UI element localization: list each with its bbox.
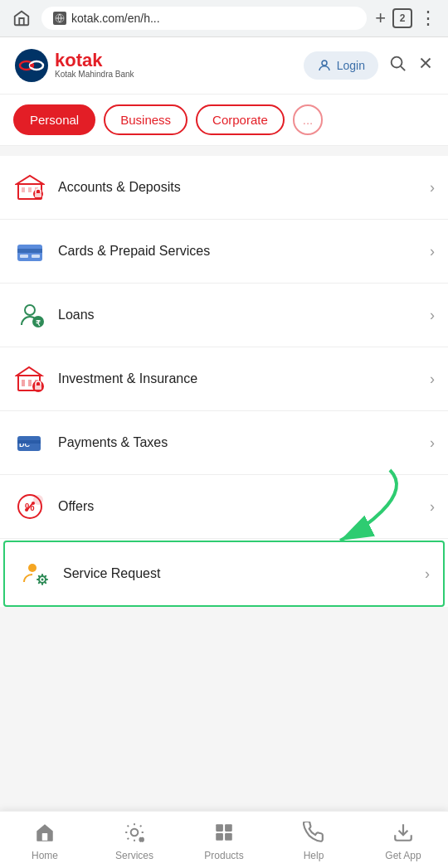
- svg-line-49: [45, 582, 46, 583]
- login-label: Login: [337, 59, 365, 72]
- investment-label: Investment & Insurance: [58, 371, 430, 386]
- svg-rect-33: [17, 440, 41, 444]
- svg-rect-11: [22, 187, 25, 192]
- browser-chrome: kotak.com/en/h... + 2 ⋮: [0, 0, 448, 37]
- svg-rect-59: [216, 833, 223, 841]
- investment-icon: [13, 362, 46, 395]
- svg-line-48: [39, 576, 40, 577]
- menu-item-cards[interactable]: Cards & Prepaid Services ›: [0, 220, 448, 284]
- user-icon: [317, 58, 332, 73]
- svg-marker-25: [17, 367, 41, 376]
- svg-point-39: [32, 502, 35, 505]
- svg-point-54: [139, 836, 144, 842]
- svg-point-53: [131, 829, 139, 836]
- menu-item-loans[interactable]: ₹ Loans ›: [0, 284, 448, 347]
- svg-rect-19: [20, 255, 28, 258]
- svg-rect-12: [28, 187, 32, 192]
- kotak-logo-icon: [13, 47, 50, 84]
- service-request-wrapper: Service Request ›: [0, 541, 448, 607]
- help-label: Help: [304, 850, 324, 861]
- site-favicon: [53, 12, 66, 25]
- bottom-nav-home[interactable]: Home: [0, 818, 90, 865]
- bottom-nav: Home Services Products: [0, 811, 448, 868]
- svg-rect-58: [225, 824, 232, 832]
- payments-chevron: ›: [430, 434, 435, 452]
- app-header: kotak Kotak Mahindra Bank Login: [0, 37, 448, 95]
- offers-label: Offers: [58, 499, 430, 514]
- menu-item-investment[interactable]: Investment & Insurance ›: [0, 347, 448, 411]
- bottom-nav-services[interactable]: Services: [90, 818, 179, 865]
- help-icon: [303, 822, 324, 846]
- close-icon[interactable]: [416, 54, 435, 77]
- accounts-label: Accounts & Deposits: [58, 180, 430, 195]
- svg-rect-20: [32, 255, 40, 258]
- menu-item-payments[interactable]: DC Payments & Taxes ›: [0, 411, 448, 475]
- url-text: kotak.com/en/h...: [71, 12, 160, 25]
- header-actions: Login: [304, 51, 435, 80]
- bottom-nav-get-app[interactable]: Get App: [358, 818, 448, 865]
- home-icon: [34, 822, 56, 846]
- svg-point-4: [30, 64, 33, 67]
- payments-label: Payments & Taxes: [58, 435, 430, 450]
- login-button[interactable]: Login: [304, 51, 378, 80]
- tab-personal[interactable]: Personal: [13, 104, 95, 135]
- svg-point-38: [25, 508, 28, 512]
- service-request-label: Service Request: [63, 566, 425, 581]
- add-tab-icon[interactable]: +: [375, 7, 386, 29]
- investment-chevron: ›: [430, 371, 435, 388]
- get-app-icon: [392, 822, 414, 846]
- service-request-chevron: ›: [425, 565, 430, 583]
- svg-rect-27: [28, 380, 32, 386]
- svg-point-21: [25, 305, 35, 315]
- services-icon: [124, 822, 145, 846]
- browser-home-icon[interactable]: [10, 7, 33, 30]
- tab-business[interactable]: Business: [104, 104, 187, 135]
- logo-name: kotak: [55, 51, 134, 70]
- cards-icon: [13, 235, 46, 268]
- tab-corporate[interactable]: Corporate: [196, 104, 285, 135]
- menu-item-accounts[interactable]: Accounts & Deposits ›: [0, 156, 448, 220]
- tab-more[interactable]: ...: [293, 104, 324, 135]
- address-bar[interactable]: kotak.com/en/h...: [41, 7, 367, 30]
- loans-chevron: ›: [430, 307, 435, 324]
- loans-icon: ₹: [13, 298, 46, 332]
- logo-text: kotak Kotak Mahindra Bank: [55, 51, 134, 80]
- svg-rect-26: [22, 380, 25, 386]
- get-app-label: Get App: [385, 850, 421, 861]
- svg-line-50: [39, 582, 40, 583]
- home-label: Home: [32, 850, 58, 861]
- svg-line-7: [401, 66, 405, 70]
- nav-tabs: Personal Business Corporate ...: [0, 95, 448, 146]
- svg-rect-18: [17, 249, 42, 253]
- svg-rect-16: [35, 193, 41, 197]
- logo-subtitle: Kotak Mahindra Bank: [55, 70, 134, 80]
- cards-label: Cards & Prepaid Services: [58, 244, 430, 259]
- svg-rect-52: [42, 833, 48, 841]
- products-icon: [213, 822, 235, 846]
- menu-list: Accounts & Deposits › Cards & Prepaid Se…: [0, 156, 448, 607]
- browser-actions: + 2 ⋮: [375, 7, 438, 29]
- svg-text:₹: ₹: [36, 319, 41, 327]
- svg-point-41: [28, 564, 37, 572]
- search-icon[interactable]: [388, 54, 407, 77]
- offers-icon: %: [13, 490, 46, 523]
- menu-item-offers[interactable]: % Offers ›: [0, 475, 448, 539]
- svg-line-51: [45, 576, 46, 577]
- offers-chevron: ›: [430, 498, 435, 516]
- svg-rect-30: [35, 386, 41, 390]
- svg-rect-57: [216, 824, 223, 832]
- accounts-icon: [13, 171, 46, 204]
- bottom-nav-help[interactable]: Help: [269, 818, 358, 865]
- loans-label: Loans: [58, 308, 430, 322]
- bottom-nav-products[interactable]: Products: [179, 818, 269, 865]
- payments-icon: DC: [13, 426, 46, 459]
- menu-item-service-request[interactable]: Service Request ›: [3, 541, 445, 607]
- tab-count[interactable]: 2: [392, 8, 412, 28]
- logo: kotak Kotak Mahindra Bank: [13, 47, 134, 84]
- svg-rect-60: [225, 833, 232, 841]
- products-label: Products: [204, 850, 243, 861]
- svg-marker-14: [17, 176, 43, 184]
- more-options-icon[interactable]: ⋮: [419, 7, 438, 29]
- services-label: Services: [115, 850, 153, 861]
- svg-point-43: [41, 579, 44, 581]
